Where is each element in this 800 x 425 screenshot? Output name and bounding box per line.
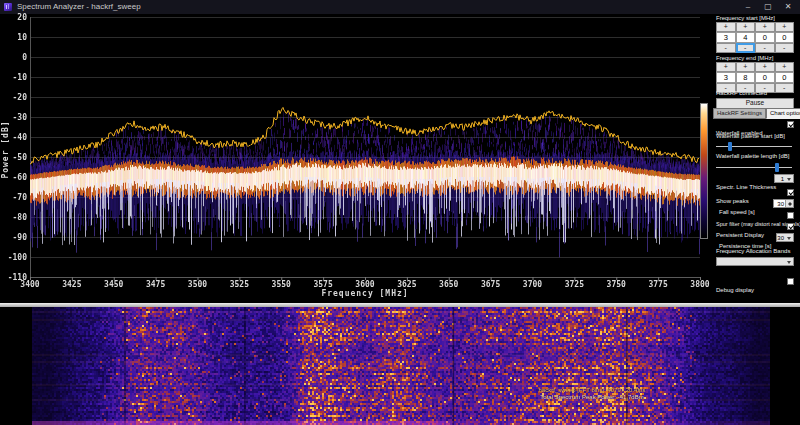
settings-tabs: HackRF Settings Chart options xyxy=(713,108,800,119)
persistence-time-value: 30 xyxy=(777,235,784,241)
fft-status-text: hackrf_sweep [FFT bins]: 4079 / 20.4fps xyxy=(532,387,652,394)
x-tick-label: 3400 xyxy=(13,280,47,289)
debug-display-label: Debug display xyxy=(716,287,754,293)
freq-start-minus-button[interactable]: - xyxy=(775,43,795,53)
app-icon xyxy=(4,3,12,11)
freq-end-plus-button[interactable]: + xyxy=(736,62,756,72)
x-tick-label: 3600 xyxy=(348,280,382,289)
x-tick-label: 3450 xyxy=(97,280,131,289)
x-tick-label: 3625 xyxy=(390,280,424,289)
persistence-time-select[interactable]: 30 xyxy=(776,233,794,242)
window-title: Spectrum Analyzer - hackrf_sweep xyxy=(17,2,141,11)
freq-start-digit: 0 xyxy=(755,32,775,43)
spur-filter-row: Spur filter (may distort real signals) xyxy=(716,212,794,221)
frequency-end-label: Frequency end [MHz] xyxy=(716,55,773,61)
spectrum-plot[interactable] xyxy=(0,14,800,303)
tab-chart-options[interactable]: Chart options xyxy=(766,108,800,119)
x-tick-label: 3775 xyxy=(641,280,675,289)
waterfall-palette-length-slider[interactable] xyxy=(716,163,792,172)
slider-thumb[interactable] xyxy=(775,163,779,172)
waterfall-pane: hackrf_sweep [FFT bins]: 4079 / 20.4fps … xyxy=(0,307,800,425)
x-tick-label: 3500 xyxy=(181,280,215,289)
freq-end-digit: 3 xyxy=(716,72,736,83)
freq-end-digit: 8 xyxy=(736,72,756,83)
freq-start-minus-button[interactable]: - xyxy=(716,43,736,53)
minimize-icon[interactable]: – xyxy=(738,0,758,14)
debug-display-row: Debug display xyxy=(716,278,794,287)
y-tick-label: 0 xyxy=(0,53,27,62)
peak-power-text: Total Spectrum Peak Power: -41.7dBm xyxy=(532,394,652,401)
palette-length-label: Waterfall palette length [dB] xyxy=(716,153,790,159)
fall-speed-value: 30 xyxy=(774,200,785,207)
waterfall-enabled-row: Waterfall enabled xyxy=(716,121,794,130)
title-bar[interactable]: Spectrum Analyzer - hackrf_sweep – ▢ ✕ xyxy=(0,0,800,14)
freq-start-plus-button[interactable]: + xyxy=(775,22,795,32)
freq-end-plus-button[interactable]: + xyxy=(716,62,736,72)
slider-track xyxy=(716,167,792,168)
waterfall-status-overlay: hackrf_sweep [FFT bins]: 4079 / 20.4fps … xyxy=(532,387,652,401)
y-tick-label: 20 xyxy=(0,13,27,22)
line-thickness-select[interactable]: 1 xyxy=(774,174,794,183)
frequency-end-stepper: + + + + 3 8 0 0 - - - - xyxy=(716,62,794,93)
freq-start-digit: 0 xyxy=(775,32,795,43)
y-axis-label: Power [dB] xyxy=(1,90,10,210)
y-tick-label: -100 xyxy=(0,253,27,262)
app-window: Spectrum Analyzer - hackrf_sweep – ▢ ✕ 2… xyxy=(0,0,800,425)
frequency-start-stepper: + + + + 3 4 0 0 - - - - xyxy=(716,22,794,53)
x-tick-label: 3650 xyxy=(432,280,466,289)
freq-start-digit: 4 xyxy=(736,32,756,43)
freq-start-plus-button[interactable]: + xyxy=(755,22,775,32)
x-tick-label: 3425 xyxy=(55,280,89,289)
freq-start-plus-button[interactable]: + xyxy=(736,22,756,32)
close-icon[interactable]: ✕ xyxy=(778,0,798,14)
spectrum-chart: 20100-10-20-30-40-50-60-70-80-90-100-110… xyxy=(0,14,800,303)
window-controls: – ▢ ✕ xyxy=(738,0,798,14)
persistence-time-row: Persistence time [s] 30 xyxy=(716,234,794,243)
spur-filter-checkbox[interactable] xyxy=(787,212,794,219)
freq-start-minus-button-focused[interactable]: - xyxy=(736,43,756,53)
x-tick-label: 3725 xyxy=(557,280,591,289)
x-tick-label: 3475 xyxy=(139,280,173,289)
waterfall-enabled-checkbox[interactable] xyxy=(787,121,794,128)
show-peaks-checkbox[interactable] xyxy=(787,189,794,196)
chevron-down-icon xyxy=(787,237,791,242)
slider-thumb[interactable] xyxy=(728,142,732,151)
y-tick-label: 10 xyxy=(0,33,27,42)
maximize-icon[interactable]: ▢ xyxy=(758,0,778,14)
x-tick-label: 3550 xyxy=(264,280,298,289)
hackrf-status-text: HackRF connected xyxy=(716,90,767,96)
waterfall-palette-start-slider[interactable] xyxy=(716,142,792,151)
freq-end-digit: 0 xyxy=(755,72,775,83)
waterfall-palette-colorbar xyxy=(700,103,708,239)
x-tick-label: 3675 xyxy=(474,280,508,289)
x-axis-label: Frequency [MHz] xyxy=(265,289,465,298)
waterfall-display[interactable] xyxy=(0,307,800,425)
y-tick-label: -80 xyxy=(0,213,27,222)
x-tick-label: 3575 xyxy=(306,280,340,289)
freq-start-plus-button[interactable]: + xyxy=(716,22,736,32)
freq-end-plus-button[interactable]: + xyxy=(775,62,795,72)
fall-speed-row: Fall speed [s] 30 xyxy=(716,200,794,209)
palette-start-label: Waterfall palette start [dB] xyxy=(716,133,785,139)
line-thickness-row: Spectr. Line Thickness 1 xyxy=(716,175,794,184)
persistent-display-checkbox[interactable] xyxy=(787,223,794,230)
freq-allocation-select[interactable] xyxy=(716,257,794,266)
x-tick-label: 3525 xyxy=(222,280,256,289)
chevron-down-icon xyxy=(787,178,791,183)
freq-end-plus-button[interactable]: + xyxy=(755,62,775,72)
freq-end-digit: 0 xyxy=(775,72,795,83)
freq-start-minus-button[interactable]: - xyxy=(755,43,775,53)
x-tick-label: 3700 xyxy=(516,280,550,289)
freq-start-digit: 3 xyxy=(716,32,736,43)
spinner-arrows-icon[interactable] xyxy=(785,200,793,207)
freq-allocation-row xyxy=(716,258,794,267)
y-tick-label: -90 xyxy=(0,233,27,242)
control-panel: Frequency start [MHz] + + + + 3 4 0 0 - … xyxy=(710,14,800,303)
debug-display-checkbox[interactable] xyxy=(787,278,794,285)
tab-hackrf-settings[interactable]: HackRF Settings xyxy=(713,108,766,119)
freq-end-minus-button[interactable]: - xyxy=(775,83,795,93)
persistent-display-row: Persistent Display xyxy=(716,223,794,232)
fall-speed-spinner[interactable]: 30 xyxy=(773,199,794,208)
y-tick-label: -10 xyxy=(0,73,27,82)
x-tick-label: 3750 xyxy=(599,280,633,289)
